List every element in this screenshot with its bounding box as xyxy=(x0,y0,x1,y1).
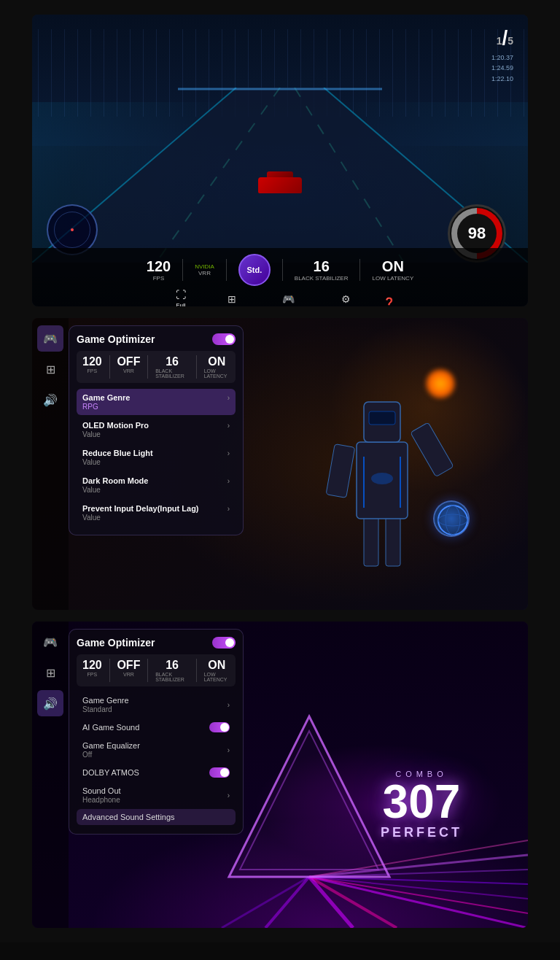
menu-dark-room-header: Dark Room Mode › xyxy=(82,476,230,485)
menu3-equalizer[interactable]: Game Equalizer Off › xyxy=(77,738,236,762)
opt-bs-3: 16 Black Stabilizer xyxy=(155,659,189,682)
panel-racing: 1/5 1:20.37 1:24.59 1:22.10 98 xyxy=(32,15,528,306)
stat3-divider-2 xyxy=(147,659,148,682)
menu3-ai-sound[interactable]: AI Game Sound xyxy=(77,719,236,736)
menu3-sound-out[interactable]: Sound Out Headphone › xyxy=(77,783,236,808)
opt-fps-val-2: 120 xyxy=(82,355,102,368)
dolby-knob xyxy=(220,768,229,777)
stat3-divider-1 xyxy=(109,659,110,682)
svg-rect-7 xyxy=(386,515,400,566)
hud-placement: 1/5 1:20.37 1:24.59 1:22.10 xyxy=(491,26,513,84)
hud-icon-fullscreen[interactable]: ⛶ Full Screen Size xyxy=(165,289,196,306)
menu-input-lag[interactable]: Prevent Input Delay(Input Lag) › Value xyxy=(77,500,236,526)
menu3-dolby-title: DOLBY ATMOS xyxy=(82,768,139,777)
optimizer-panel-2: Game Optimizer 120 FPS OFF VRR 16 xyxy=(69,325,244,535)
opt-ll-lbl-3: Low Latency xyxy=(204,672,230,682)
menu-oled-motion[interactable]: OLED Motion Pro › Value xyxy=(77,417,236,443)
sidebar3-display-icon[interactable]: ⊞ xyxy=(37,659,63,686)
optimizer-label: Game Optimizer xyxy=(267,306,309,307)
opt-ll-2: ON Low Latency xyxy=(204,355,230,379)
menu3-equalizer-value: Off xyxy=(82,751,140,759)
multiview-label: Multi-View xyxy=(219,306,246,307)
menu-reduce-blue-light[interactable]: Reduce Blue Light › Value xyxy=(77,444,236,471)
sidebar3-sound-icon[interactable]: 🔊 xyxy=(37,690,63,716)
black-stab-stat: 16 Black Stabilizer xyxy=(295,258,349,282)
hud-icon-optimizer[interactable]: 🎮 Game Optimizer xyxy=(267,293,309,307)
chevron-icon-4: › xyxy=(228,477,230,485)
total-positions: 5 xyxy=(508,35,513,47)
low-latency-label: Low Latency xyxy=(372,275,413,282)
opt-stats-3: 120 FPS OFF VRR 16 Black Stabilizer ON L… xyxy=(77,654,236,686)
sidebar3-gamepad-icon[interactable]: 🎮 xyxy=(37,629,63,655)
race-car xyxy=(258,171,302,193)
sidebar-display-icon[interactable]: ⊞ xyxy=(37,356,63,382)
stat-divider-1 xyxy=(109,355,110,379)
opt-bs-2: 16 Black Stabilizer xyxy=(155,355,189,379)
opt-toggle-3[interactable] xyxy=(212,637,236,649)
sidebar-gamepad-icon[interactable]: 🎮 xyxy=(37,325,63,352)
menu3-advanced-sound[interactable]: Advanced Sound Settings xyxy=(77,809,236,825)
opt-fps-3: 120 FPS xyxy=(82,659,102,682)
chevron3-2: › xyxy=(228,746,230,754)
svg-point-17 xyxy=(446,506,460,535)
dolby-toggle[interactable] xyxy=(209,767,230,778)
combo-number: 307 xyxy=(381,778,462,825)
svg-rect-6 xyxy=(364,515,378,566)
toggle-knob-3 xyxy=(225,638,234,647)
panel-scifi: 🎮 ⊞ 🔊 Game Optimizer 120 FPS OFF VR xyxy=(32,318,528,610)
hud-stats-row: 120 FPS NVIDIA VRR Std. 16 Black Stabili… xyxy=(32,248,528,289)
opt-stats-2: 120 FPS OFF VRR 16 Black Stabilizer ON L… xyxy=(77,351,236,383)
main-container: 1/5 1:20.37 1:24.59 1:22.10 98 xyxy=(0,0,560,942)
menu3-sound-out-title: Sound Out xyxy=(82,786,121,795)
sidebar-sound-icon[interactable]: 🔊 xyxy=(37,387,63,413)
menu-game-genre-value: RPG xyxy=(82,403,230,411)
vrr-brand: NVIDIA xyxy=(195,263,214,270)
menu-game-genre[interactable]: Game Genre › RPG xyxy=(77,389,236,415)
optimizer-panel-3: Game Optimizer 120 FPS OFF VRR 16 xyxy=(69,629,244,835)
menu-input-lag-header: Prevent Input Delay(Input Lag) › xyxy=(82,504,230,513)
race-times: 1:20.37 1:24.59 1:22.10 xyxy=(491,53,513,84)
chevron-icon-3: › xyxy=(228,449,230,457)
toggle-knob-2 xyxy=(225,335,234,344)
opt-header-3: Game Optimizer xyxy=(77,637,236,649)
menu3-sound-out-value: Headphone xyxy=(82,796,121,804)
svg-rect-11 xyxy=(326,444,355,498)
opt-ll-lbl-2: Low Latency xyxy=(204,368,230,379)
opt-vrr-2: OFF VRR xyxy=(117,355,140,379)
low-latency-stat: ON Low Latency xyxy=(372,258,413,282)
menu-oled-motion-title: OLED Motion Pro xyxy=(82,421,149,430)
stat3-divider-3 xyxy=(196,659,197,682)
opt-header-2: Game Optimizer xyxy=(77,333,236,345)
black-stab-value: 16 xyxy=(314,258,330,275)
opt-vrr-lbl-3: VRR xyxy=(123,672,134,677)
opt-bs-val-2: 16 xyxy=(166,355,179,368)
chevron3-1: › xyxy=(228,701,230,709)
menu-game-genre-title: Game Genre xyxy=(82,393,130,402)
race-car-body xyxy=(258,177,302,193)
fullscreen-icon: ⛶ xyxy=(176,289,186,301)
hud-icon-multiview[interactable]: ⊞ Multi-View xyxy=(219,293,246,307)
opt-ll-val-2: ON xyxy=(208,355,225,368)
multiview-icon: ⊞ xyxy=(228,293,236,305)
minimap-inner xyxy=(54,212,90,248)
svg-line-19 xyxy=(309,877,528,928)
ai-sound-knob xyxy=(220,723,229,732)
fps-label: FPS xyxy=(153,275,165,282)
opt-toggle-2[interactable] xyxy=(212,333,236,345)
menu3-game-genre[interactable]: Game Genre Standard › xyxy=(77,692,236,717)
opt-fps-val-3: 120 xyxy=(82,659,102,672)
opt-vrr-3: OFF VRR xyxy=(117,659,140,682)
menu3-dolby[interactable]: DOLBY ATMOS xyxy=(77,764,236,781)
menu3-game-genre-value: Standard xyxy=(82,705,129,713)
hud-icon-help[interactable]: ❓ xyxy=(383,297,395,306)
hud-icon-settings[interactable]: ⚙ All Settings xyxy=(332,293,361,307)
opt-vrr-lbl-2: VRR xyxy=(123,368,134,373)
menu-dark-room[interactable]: Dark Room Mode › Value xyxy=(77,472,236,498)
character-area xyxy=(280,333,484,595)
svg-point-18 xyxy=(438,514,467,526)
svg-point-16 xyxy=(438,506,467,535)
chevron3-3: › xyxy=(228,791,230,800)
position-number: 1 xyxy=(497,35,502,47)
ai-sound-toggle[interactable] xyxy=(209,722,230,732)
opt-vrr-val-2: OFF xyxy=(117,355,140,368)
